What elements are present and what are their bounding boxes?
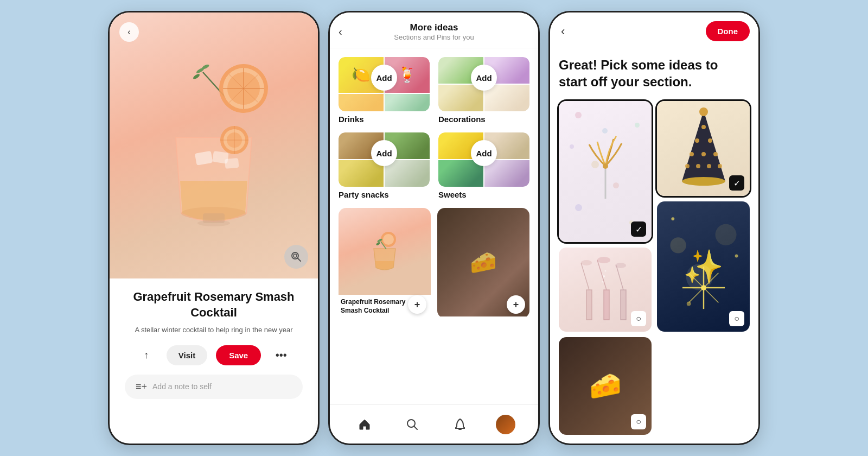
add-sweets-button[interactable]: Add [471,140,497,166]
bell-nav-button[interactable] [448,413,472,436]
add-party-snacks-button[interactable]: Add [371,140,397,166]
screen3-pick-ideas: ‹ Done Great! Pick some ideas to start o… [548,11,760,445]
screen1-pin-detail: ‹ [108,11,320,445]
pin-card-cheese[interactable]: 🧀 + [437,208,529,318]
confetti-stick-decoration [559,101,652,242]
svg-point-29 [376,242,381,246]
section-item-party-snacks: Add Party snacks [339,132,430,199]
idea-card-cheese[interactable]: 🧀 ○ [559,337,652,435]
svg-point-36 [597,257,610,263]
pin-add-cocktail[interactable]: + [408,295,426,314]
svg-rect-13 [225,158,239,169]
screen2-header: ‹ More ideas Sections and Pins for you [330,12,538,48]
svg-point-49 [696,164,700,168]
screens-container: ‹ [0,0,868,456]
sweets-label: Sweets [438,190,529,199]
avatar-nav-button[interactable] [496,415,515,434]
svg-point-35 [581,260,592,265]
svg-point-63 [735,255,738,258]
pin-title: Grapefruit Rosemary Smash Cocktail [123,289,305,320]
cocktail-illustration [138,29,290,257]
note-placeholder: Add a note to self [152,382,212,391]
svg-point-42 [701,125,706,129]
svg-point-43 [695,138,699,143]
back-button[interactable]: ‹ [559,22,567,41]
check-sparkle: ○ [729,311,744,326]
idea-card-champagne[interactable]: ○ [559,248,652,332]
idea-card-party-hat[interactable]: ✓ [657,101,750,196]
svg-point-54 [670,238,686,254]
check-cheese: ○ [631,414,646,429]
selected-check-hat: ✓ [729,175,744,191]
section-item-decorations: Add Decorations [438,57,529,124]
ideas-col-right: ✓ ✨ [657,101,750,435]
note-area[interactable]: ≡+ Add a note to self [125,375,303,399]
pin-card-cocktail[interactable]: + Grapefruit Rosemary Smash Cocktail [339,208,431,318]
more-button[interactable]: ••• [270,344,292,367]
svg-line-31 [414,426,417,429]
svg-point-51 [718,164,722,168]
svg-point-40 [602,281,603,282]
decorations-label: Decorations [438,115,529,124]
svg-point-37 [615,263,626,268]
bottom-navigation [330,404,538,444]
section-item-sweets: Add Sweets [438,132,529,199]
search-nav-button[interactable] [400,413,424,436]
svg-point-44 [708,138,712,143]
idea-card-confetti-stick[interactable]: ✓ [559,101,652,242]
add-drinks-button[interactable]: Add [371,65,397,91]
drink-thumb-4 [385,94,430,112]
party-snacks-label: Party snacks [339,190,430,199]
add-decorations-button[interactable]: Add [471,65,497,91]
pin-add-cheese[interactable]: + [507,295,525,314]
done-button[interactable]: Done [706,21,750,41]
svg-point-53 [699,107,708,116]
svg-point-52 [682,177,725,186]
svg-point-62 [671,218,674,221]
share-button[interactable]: ↑ [135,344,158,367]
cocktail-mini-svg [366,224,404,278]
header-title: More ideas [394,22,474,33]
selected-check-confetti: ✓ [631,221,646,237]
svg-point-38 [603,275,605,277]
svg-point-34 [603,163,608,169]
pin-info: Grapefruit Rosemary Smash Cocktail A ste… [110,278,318,406]
back-button[interactable]: ‹ [119,22,139,42]
svg-point-2 [193,73,201,80]
svg-point-47 [713,152,718,156]
screen3-title: Great! Pick some ideas to start off your… [559,56,750,90]
svg-point-16 [197,220,230,226]
check-champagne: ○ [631,311,646,326]
svg-marker-41 [682,111,725,181]
home-nav-button[interactable] [353,413,376,436]
svg-point-48 [685,164,690,168]
confetti-stick-image [559,101,652,242]
section-item-drinks: 🍋 🍹 Add Drinks [339,57,430,124]
svg-point-46 [701,152,706,156]
save-button[interactable]: Save [216,345,261,365]
snack-thumb-4 [385,160,430,187]
header-text: More ideas Sections and Pins for you [394,22,474,41]
visit-button[interactable]: Visit [167,345,207,365]
screen2-more-ideas: ‹ More ideas Sections and Pins for you 🍋… [328,11,540,445]
screen3-content: Great! Pick some ideas to start off your… [550,48,758,441]
deco-thumb-4 [484,85,529,111]
sections-content: 🍋 🍹 Add Drinks [330,48,538,409]
cocktail-pin-image [339,208,431,295]
lens-button[interactable] [284,245,308,269]
pin-cards-row: + Grapefruit Rosemary Smash Cocktail 🧀 + [339,208,529,318]
idea-card-sparkle[interactable]: ✨ [657,201,750,332]
header-subtitle: Sections and Pins for you [394,33,474,41]
drink-thumb-3 [339,94,384,112]
screen3-header: ‹ Done [550,12,758,48]
sections-grid: 🍋 🍹 Add Drinks [339,57,529,199]
svg-point-50 [707,164,711,168]
pin-actions: ↑ Visit Save ••• [123,344,305,367]
svg-point-26 [383,234,394,245]
back-button[interactable]: ‹ [339,26,342,38]
drinks-label: Drinks [339,115,430,124]
svg-point-45 [690,152,694,156]
svg-point-61 [701,286,706,291]
svg-point-24 [293,254,297,257]
cheese-icon: 🧀 [470,250,497,275]
